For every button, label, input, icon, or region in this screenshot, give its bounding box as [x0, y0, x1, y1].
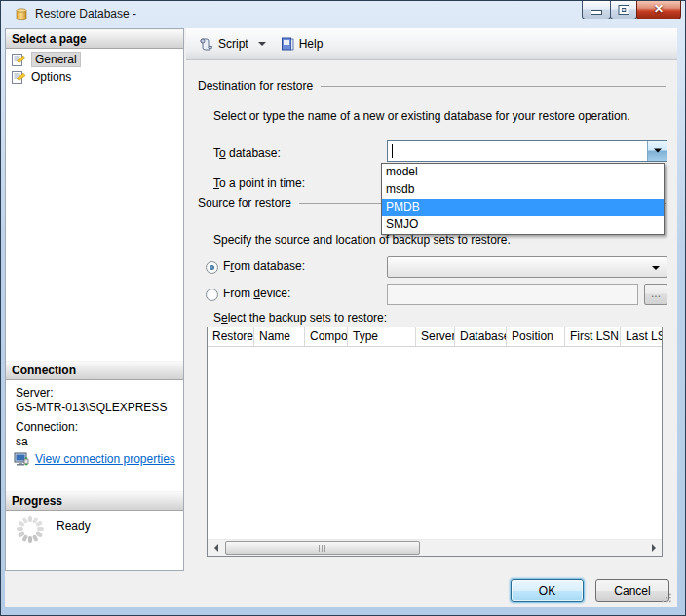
divider: [321, 86, 666, 88]
page-icon: [11, 69, 26, 85]
table-body[interactable]: [208, 347, 662, 540]
help-button-label: Help: [299, 37, 324, 51]
column-header[interactable]: Last LSN: [621, 327, 662, 347]
page-icon: [11, 52, 26, 67]
browse-button[interactable]: ...: [644, 284, 667, 305]
dropdown-option[interactable]: SMJO: [382, 216, 664, 234]
select-a-page-header: Select a page: [6, 29, 183, 49]
column-header[interactable]: Type: [348, 327, 416, 347]
scroll-left-button[interactable]: [208, 540, 224, 556]
minimize-icon: [591, 11, 601, 14]
connection-value: sa: [16, 435, 28, 448]
toolbar: Script Help: [186, 28, 677, 60]
horizontal-scrollbar[interactable]: [208, 539, 662, 556]
scrollbar-thumb[interactable]: [225, 541, 420, 555]
dropdown-option[interactable]: msdb: [382, 181, 664, 199]
from-device-input[interactable]: [387, 284, 638, 305]
main-panel: Script Help Destination for restore Sele…: [186, 28, 677, 571]
sidebar-item-label: General: [31, 52, 81, 67]
ok-button[interactable]: OK: [511, 579, 584, 602]
connection-properties-icon: [14, 451, 30, 467]
resize-grip[interactable]: [661, 592, 672, 603]
scroll-right-button[interactable]: [645, 540, 662, 556]
minimize-button[interactable]: [582, 1, 611, 19]
maximize-button[interactable]: [610, 1, 637, 19]
scroll-left-arrow-icon: [214, 544, 218, 552]
chevron-down-icon: [654, 149, 662, 157]
connection-header: Connection: [6, 361, 183, 380]
progress-spinner-icon: [16, 515, 45, 544]
sidebar: Select a page General Options Connection: [5, 28, 184, 571]
to-database-dropdown-list: modelmsdbPMDBSMJO: [381, 163, 665, 235]
source-instruction: Specify the source and location of backu…: [213, 233, 511, 247]
to-database-combobox[interactable]: [387, 140, 667, 162]
text-caret: [392, 144, 393, 158]
from-database-label: From database:: [223, 259, 305, 273]
backup-sets-table: RestoreNameComponentTypeServerDatabasePo…: [207, 327, 663, 557]
chevron-down-icon: [652, 266, 660, 274]
to-database-label: To database:: [213, 146, 281, 160]
sidebar-item-general[interactable]: General: [7, 51, 182, 68]
sidebar-item-options[interactable]: Options: [7, 68, 182, 86]
from-database-combobox[interactable]: [387, 256, 667, 278]
server-label: Server:: [16, 386, 54, 400]
script-dropdown-caret[interactable]: [258, 42, 266, 50]
titlebar[interactable]: Restore Database - ✕: [1, 1, 685, 28]
table-header-row: RestoreNameComponentTypeServerDatabasePo…: [208, 327, 662, 347]
from-device-label: From device:: [223, 287, 290, 300]
maximize-icon: [620, 6, 629, 14]
destination-group-caption: Destination for restore: [198, 79, 666, 93]
column-header[interactable]: Name: [254, 327, 305, 347]
cancel-button[interactable]: Cancel: [595, 579, 669, 602]
column-header[interactable]: Restore: [208, 327, 254, 347]
scroll-right-arrow-icon: [652, 544, 656, 552]
dialog-body: Select a page General Options Connection: [5, 28, 677, 607]
dropdown-option[interactable]: PMDB: [382, 199, 664, 216]
destination-instruction: Select or type the name of a new or exis…: [213, 109, 630, 123]
column-header[interactable]: First LSN: [565, 327, 621, 347]
window-title: Restore Database -: [35, 1, 136, 27]
dropdown-option[interactable]: model: [382, 164, 664, 181]
script-button[interactable]: Script: [194, 32, 252, 56]
database-icon: [14, 7, 29, 22]
server-value: GS-MTR-013\SQLEXPRESS: [16, 401, 167, 414]
help-icon: [280, 36, 295, 52]
close-icon: ✕: [637, 2, 680, 16]
footer: OK Cancel: [5, 571, 677, 607]
window-controls: ✕: [583, 1, 681, 19]
help-button[interactable]: Help: [276, 32, 327, 56]
column-header[interactable]: Component: [305, 327, 348, 347]
connection-label: Connection:: [16, 420, 78, 434]
backup-sets-label: Select the backup sets to restore:: [213, 311, 387, 325]
restore-database-window: Restore Database - ✕ Select a page Gener…: [0, 0, 686, 616]
sidebar-item-label: Options: [31, 68, 71, 86]
column-header[interactable]: Position: [507, 327, 565, 347]
view-connection-properties-link[interactable]: View connection properties: [35, 452, 175, 466]
close-button[interactable]: ✕: [636, 1, 681, 19]
column-header[interactable]: Database: [455, 327, 507, 347]
from-database-radio[interactable]: [206, 261, 218, 274]
column-header[interactable]: Server: [416, 327, 455, 347]
script-icon: [198, 36, 214, 52]
status-text: Ready: [57, 520, 91, 533]
combo-dropdown-button[interactable]: [647, 141, 667, 161]
progress-header: Progress: [6, 491, 183, 511]
to-point-in-time-label: To a point in time:: [213, 176, 305, 190]
from-device-radio[interactable]: [206, 289, 218, 301]
script-button-label: Script: [218, 37, 248, 51]
